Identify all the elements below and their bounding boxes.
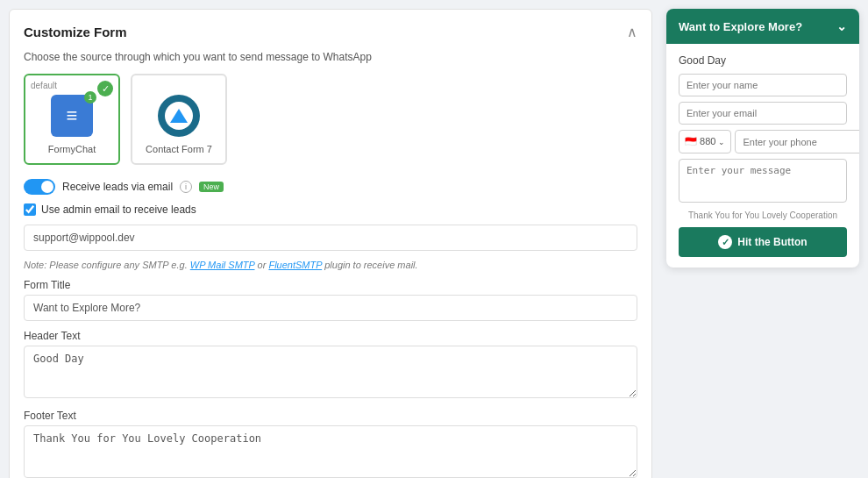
preview-header-title: Want to Explore More?	[679, 20, 802, 33]
whatsapp-icon: ✓	[718, 235, 732, 249]
preview-phone-input[interactable]	[735, 130, 859, 153]
header-text-input[interactable]: Good Day	[24, 346, 637, 398]
preview-submit-button[interactable]: ✓ Hit the Button	[679, 227, 847, 257]
admin-email-row: Use admin email to receive leads	[24, 203, 637, 216]
preview-name-input[interactable]	[679, 74, 847, 96]
wp-mail-smtp-link[interactable]: WP Mail SMTP	[190, 260, 255, 270]
formy-badge: 1	[84, 91, 96, 103]
collapse-icon[interactable]: ∧	[627, 24, 637, 40]
admin-email-checkbox[interactable]	[24, 203, 36, 216]
cf7-label: Contact Form 7	[145, 144, 213, 154]
preview-submit-label: Hit the Button	[737, 236, 807, 248]
customize-form-panel: Customize Form ∧ Choose the source throu…	[9, 9, 652, 478]
footer-text-input[interactable]: Thank You for You Lovely Cooperation	[24, 425, 637, 478]
receive-leads-row: Receive leads via email i New	[24, 179, 637, 195]
preview-card: Want to Explore More? ⌄ Good Day 🇮🇩 880 …	[666, 9, 859, 268]
preview-good-day: Good Day	[679, 54, 847, 67]
preview-email-input[interactable]	[679, 102, 847, 125]
form-title-label: Form Title	[24, 279, 637, 291]
cf7-icon	[145, 91, 213, 140]
preview-thank-you: Thank You for You Lovely Cooperation	[679, 210, 847, 220]
panel-subtitle: Choose the source through which you want…	[24, 51, 637, 63]
smtp-note: Note: Please configure any SMTP e.g. WP …	[24, 260, 637, 270]
fluent-smtp-link[interactable]: FluentSMTP	[268, 260, 322, 270]
formychat-label: FormyChat	[38, 144, 106, 154]
admin-email-label: Use admin email to receive leads	[41, 203, 196, 216]
footer-text-label: Footer Text	[24, 410, 637, 422]
admin-email-input[interactable]	[24, 225, 637, 251]
source-cards: default ✓ 1 FormyChat	[24, 74, 637, 165]
formychat-icon: 1	[38, 91, 106, 140]
source-card-formychat[interactable]: default ✓ 1 FormyChat	[24, 74, 120, 165]
preview-chevron-icon: ⌄	[836, 19, 847, 33]
preview-panel: Want to Explore More? ⌄ Good Day 🇮🇩 880 …	[666, 9, 859, 478]
header-text-label: Header Text	[24, 330, 637, 342]
panel-header: Customize Form ∧	[24, 24, 637, 40]
receive-leads-label: Receive leads via email	[62, 181, 173, 193]
preview-body: Good Day 🇮🇩 880 ⌄ Thank You for You Love…	[666, 44, 859, 268]
default-label: default	[31, 81, 57, 90]
preview-header: Want to Explore More? ⌄	[666, 9, 859, 44]
panel-title: Customize Form	[24, 25, 127, 39]
preview-phone-row: 🇮🇩 880 ⌄	[679, 130, 847, 153]
new-badge: New	[199, 182, 224, 192]
receive-leads-toggle[interactable]	[24, 179, 55, 195]
form-title-input[interactable]	[24, 295, 637, 321]
info-icon[interactable]: i	[180, 181, 192, 193]
source-card-cf7[interactable]: Contact Form 7	[131, 74, 227, 165]
check-badge: ✓	[97, 81, 113, 96]
preview-message-input[interactable]	[679, 159, 847, 203]
preview-phone-code: 🇮🇩 880 ⌄	[679, 130, 731, 153]
